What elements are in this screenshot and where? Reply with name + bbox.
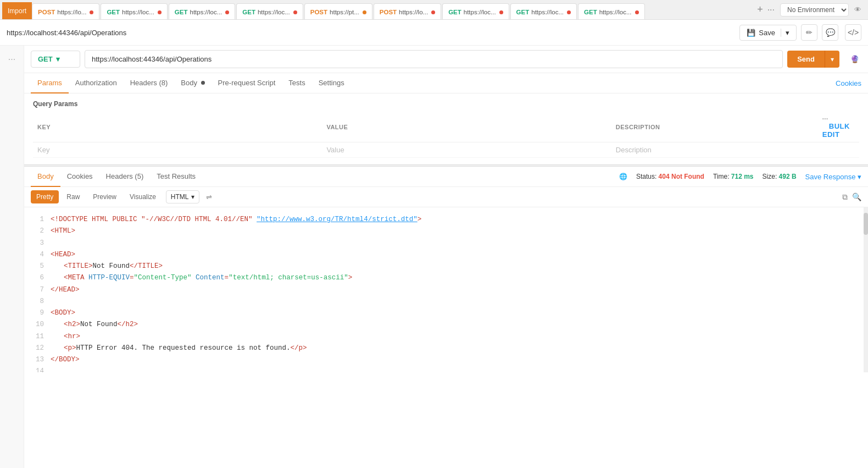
tab-6-url: https://lo... — [399, 9, 428, 15]
tab-5[interactable]: POST https://pt... — [304, 3, 372, 20]
vertical-scrollbar[interactable] — [864, 207, 868, 372]
send-group: Send ▾ — [787, 51, 839, 68]
table-more-icon[interactable]: ··· — [822, 115, 828, 122]
tab-settings[interactable]: Settings — [312, 73, 351, 93]
tab-9[interactable]: GET https://loc... — [578, 3, 644, 20]
scrollbar-thumb[interactable] — [864, 213, 868, 235]
value-column-header: VALUE — [322, 112, 611, 142]
tab-8-url: https://loc... — [531, 9, 564, 15]
key-placeholder: Key — [37, 146, 49, 154]
more-tabs-button[interactable]: ··· — [767, 5, 775, 15]
tab-tests[interactable]: Tests — [282, 73, 311, 93]
environment-selector[interactable]: No Environment — [780, 3, 849, 16]
format-tab-raw[interactable]: Raw — [61, 190, 85, 203]
response-tab-headers[interactable]: Headers (5) — [99, 167, 151, 187]
tab-5-url: https://pt... — [330, 9, 359, 15]
action-column-header: ··· Bulk Edit — [818, 112, 859, 142]
content-panel: GET ▾ Send ▾ 🔮 Params Authorization Head… — [24, 46, 868, 468]
row-action-cell — [818, 142, 859, 158]
format-tab-preview[interactable]: Preview — [87, 190, 122, 203]
params-table: KEY VALUE DESCRIPTION ··· Bul — [33, 112, 859, 158]
desc-placeholder: Description — [616, 146, 652, 154]
tab-3-dot — [225, 10, 229, 14]
tab-1[interactable]: POST https://lo... — [32, 3, 99, 20]
tab-3[interactable]: GET https://loc... — [169, 3, 235, 20]
cookies-link[interactable]: Cookies — [836, 79, 861, 87]
comment-button[interactable]: 💬 — [822, 24, 838, 41]
import-button[interactable]: Import — [2, 2, 32, 20]
method-dropdown[interactable]: GET ▾ — [31, 51, 80, 68]
line-4: 4 <HEAD> — [33, 249, 859, 261]
left-sidebar: ··· — [0, 46, 24, 468]
tab-9-url: https://loc... — [599, 9, 632, 15]
tab-7[interactable]: GET https://loc... — [442, 3, 509, 20]
url-input[interactable] — [85, 50, 783, 68]
line-11: 11 <hr> — [33, 331, 859, 343]
tab-4-url: https://loc... — [258, 9, 290, 15]
method-chevron: ▾ — [56, 55, 60, 63]
address-bar: https://localhost:44346/api/Operations 💾… — [0, 20, 868, 46]
tab-9-method: GET — [584, 9, 597, 15]
tab-2-dot — [158, 10, 162, 14]
code-button[interactable]: </> — [845, 24, 861, 41]
code-viewer-wrap: 1 <!DOCTYPE HTML PUBLIC "-//W3C//DTD HTM… — [24, 207, 868, 372]
key-cell: Key — [33, 142, 322, 158]
key-column-header: KEY — [33, 112, 322, 142]
tab-1-url: https://lo... — [57, 9, 86, 15]
send-dropdown-button[interactable]: ▾ — [825, 51, 839, 68]
search-icon[interactable]: 🔍 — [852, 192, 861, 202]
tab-1-dot — [90, 10, 93, 14]
format-tabs: Pretty Raw Preview Visualize HTML ▾ ⇌ ⧉ … — [24, 187, 868, 207]
response-tab-test-results[interactable]: Test Results — [150, 167, 202, 187]
save-chevron[interactable]: ▾ — [781, 29, 789, 37]
sidebar-menu[interactable]: ··· — [8, 54, 15, 64]
value-cell: Value — [322, 142, 611, 158]
app: Import POST https://lo... GET https://lo… — [0, 0, 868, 468]
status-label: Status: 404 Not Found — [636, 173, 704, 180]
tab-pre-request[interactable]: Pre-request Script — [212, 73, 282, 93]
eye-icon[interactable]: 👁 — [854, 5, 861, 14]
send-button[interactable]: Send — [787, 51, 825, 68]
edit-button[interactable]: ✏ — [801, 24, 817, 41]
line-13: 13 </BODY> — [33, 354, 859, 366]
tab-8-dot — [567, 10, 571, 14]
tab-6-dot — [431, 10, 435, 14]
format-tab-pretty[interactable]: Pretty — [31, 190, 59, 203]
tab-actions: + ··· No Environment 👁 — [757, 3, 866, 16]
tab-6[interactable]: POST https://lo... — [374, 3, 441, 20]
save-label: Save — [759, 29, 775, 37]
status-value: 404 Not Found — [659, 173, 704, 180]
magic-icon[interactable]: 🔮 — [848, 53, 861, 66]
tab-authorization[interactable]: Authorization — [69, 73, 124, 93]
response-tab-body[interactable]: Body — [31, 167, 60, 187]
line-2: 2 <HTML> — [33, 225, 859, 237]
tab-7-dot — [499, 10, 503, 14]
tab-4-dot — [293, 10, 297, 14]
tab-8[interactable]: GET https://loc... — [510, 3, 577, 20]
tab-8-method: GET — [516, 9, 530, 15]
format-tab-visualize[interactable]: Visualize — [124, 190, 162, 203]
tab-5-method: POST — [310, 9, 327, 15]
tab-params[interactable]: Params — [31, 73, 69, 93]
tab-headers[interactable]: Headers (8) — [124, 73, 175, 93]
format-type-dropdown[interactable]: HTML ▾ — [166, 190, 199, 203]
copy-icon[interactable]: ⧉ — [842, 192, 848, 202]
time-value: 712 ms — [731, 173, 754, 180]
line-1: 1 <!DOCTYPE HTML PUBLIC "-//W3C//DTD HTM… — [33, 214, 859, 225]
filter-icon[interactable]: ⇌ — [206, 193, 212, 201]
save-button[interactable]: 💾 Save ▾ — [739, 25, 797, 41]
desc-cell: Description — [611, 142, 818, 158]
desc-column-header: DESCRIPTION — [611, 112, 818, 142]
tab-9-dot — [635, 10, 639, 14]
tab-4[interactable]: GET https://loc... — [236, 3, 303, 20]
bulk-edit-button[interactable]: Bulk Edit — [822, 122, 850, 139]
tab-body[interactable]: Body — [174, 73, 211, 93]
save-response-button[interactable]: Save Response ▾ — [805, 173, 861, 181]
tab-3-method: GET — [175, 9, 188, 15]
response-tab-cookies[interactable]: Cookies — [60, 167, 99, 187]
tab-2[interactable]: GET https://loc... — [101, 3, 167, 20]
tab-bar: Import POST https://lo... GET https://lo… — [0, 0, 868, 20]
new-tab-button[interactable]: + — [757, 4, 763, 15]
query-params-title: Query Params — [33, 100, 859, 108]
tab-6-method: POST — [380, 9, 397, 15]
